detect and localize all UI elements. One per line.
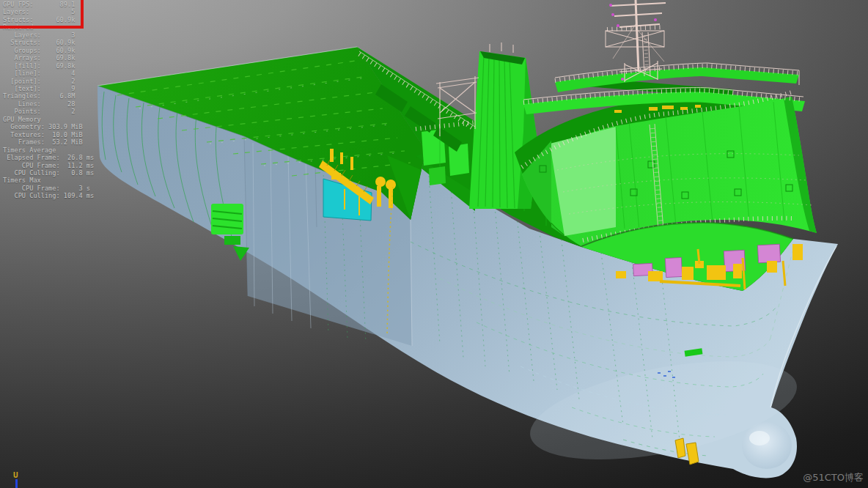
axis-gizmo[interactable]: U: [12, 470, 26, 488]
bulbous-bow: [742, 422, 792, 469]
ship-model-render: [0, 0, 868, 488]
performance-stats-overlay: GPU FPS: 89.1 Layers: 5 Structs: 60.9k R…: [3, 1, 94, 200]
highlight-box-annotation: [0, 0, 84, 29]
mast-platform: [606, 27, 664, 47]
axis-up-stem: [15, 479, 18, 488]
viewport-3d[interactable]: GPU FPS: 89.1 Layers: 5 Structs: 60.9k R…: [0, 0, 868, 488]
watermark: @51CTO博客: [803, 471, 864, 484]
